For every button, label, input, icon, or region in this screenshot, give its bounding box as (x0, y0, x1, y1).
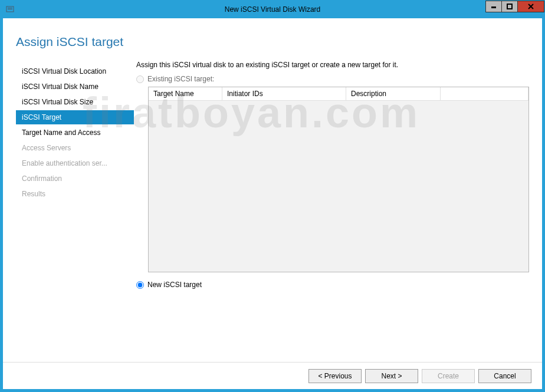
wizard-steps-sidebar: iSCSI Virtual Disk Location iSCSI Virtua… (16, 61, 134, 362)
wizard-window: New iSCSI Virtual Disk Wizard Assign iSC… (0, 0, 545, 392)
instruction-text: Assign this iSCSI virtual disk to an exi… (136, 61, 529, 69)
main-panel: Assign this iSCSI virtual disk to an exi… (134, 61, 529, 362)
radio-new-target-row[interactable]: New iSCSI target (136, 281, 529, 289)
sidebar-item-iscsi-target[interactable]: iSCSI Target (16, 110, 134, 124)
svg-rect-2 (8, 9, 12, 9)
column-description: Description (346, 87, 441, 100)
svg-rect-1 (8, 8, 12, 8)
column-spacer (441, 87, 528, 100)
radio-new-target[interactable] (136, 281, 144, 289)
app-icon (5, 5, 15, 14)
content-chrome: Assign iSCSI target iSCSI Virtual Disk L… (1, 18, 544, 391)
page-header: Assign iSCSI target (3, 18, 542, 61)
radio-new-target-label[interactable]: New iSCSI target (147, 281, 202, 289)
wizard-footer: < Previous Next > Create Cancel (3, 362, 542, 389)
window-title: New iSCSI Virtual Disk Wizard (1, 5, 544, 14)
sidebar-item-enable-auth: Enable authentication ser... (16, 156, 134, 170)
svg-rect-4 (507, 4, 512, 9)
create-button: Create (422, 369, 475, 383)
table-header: Target Name Initiator IDs Description (149, 87, 528, 101)
minimize-button[interactable] (485, 1, 502, 12)
radio-existing-target-label: Existing iSCSI target: (147, 75, 214, 83)
svg-rect-3 (491, 6, 496, 8)
sidebar-item-disk-name[interactable]: iSCSI Virtual Disk Name (16, 80, 134, 94)
sidebar-item-access-servers: Access Servers (16, 141, 134, 155)
sidebar-item-results: Results (16, 187, 134, 201)
column-target-name: Target Name (149, 87, 222, 100)
page-title: Assign iSCSI target (16, 35, 529, 49)
existing-targets-table: Target Name Initiator IDs Description (148, 87, 529, 272)
close-button[interactable] (517, 1, 544, 12)
previous-button[interactable]: < Previous (308, 369, 362, 383)
next-button[interactable]: Next > (365, 369, 418, 383)
content-area: Assign iSCSI target iSCSI Virtual Disk L… (3, 18, 542, 389)
sidebar-item-confirmation: Confirmation (16, 172, 134, 186)
window-controls (486, 1, 544, 12)
sidebar-item-disk-location[interactable]: iSCSI Virtual Disk Location (16, 64, 134, 78)
radio-existing-target-row: Existing iSCSI target: (136, 75, 529, 83)
maximize-button[interactable] (501, 1, 518, 12)
radio-existing-target (136, 75, 144, 83)
sidebar-item-disk-size[interactable]: iSCSI Virtual Disk Size (16, 95, 134, 109)
body-row: iSCSI Virtual Disk Location iSCSI Virtua… (3, 61, 542, 362)
column-initiator-ids: Initiator IDs (222, 87, 346, 100)
titlebar: New iSCSI Virtual Disk Wizard (1, 1, 544, 18)
sidebar-item-target-name[interactable]: Target Name and Access (16, 126, 134, 140)
cancel-button[interactable]: Cancel (478, 369, 531, 383)
